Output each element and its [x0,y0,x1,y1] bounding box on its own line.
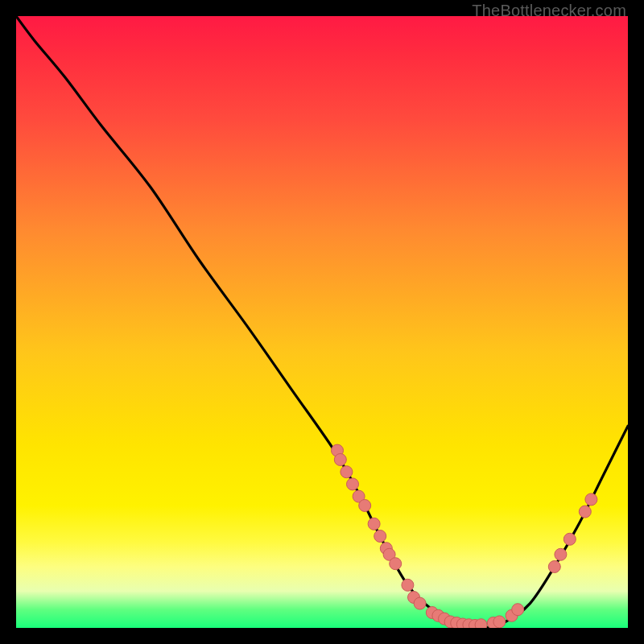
data-marker [374,530,386,543]
data-marker [402,579,414,591]
data-marker [579,506,591,518]
data-marker [341,466,353,478]
attribution-label: TheBottlenecker.com [472,2,626,20]
data-marker [368,518,380,530]
data-marker [564,533,576,545]
plot-area [16,16,628,628]
chart-frame: TheBottlenecker.com [0,0,644,644]
chart-curve-svg [16,16,628,628]
data-marker [347,478,359,490]
data-marker [585,493,597,506]
data-marker [548,561,560,573]
data-marker [512,604,524,616]
data-marker [414,597,426,609]
data-markers [332,444,597,628]
data-marker [334,454,346,466]
data-marker [390,558,402,570]
curve-line [16,16,628,628]
data-marker [475,619,487,628]
data-marker [555,548,567,560]
data-marker [359,500,371,512]
data-marker [493,616,506,628]
